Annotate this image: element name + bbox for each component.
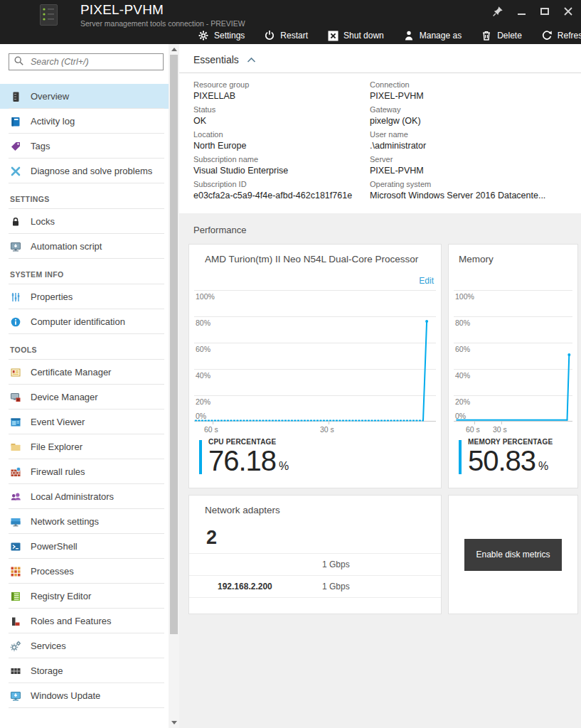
shutdown-button[interactable]: Shut down [327, 30, 384, 41]
sidebar-item-label: Locks [31, 216, 55, 227]
person-icon [403, 30, 415, 41]
memory-line-chart: 0%20%40%60%80%100%60 s30 s [454, 290, 572, 434]
settings-label: Settings [214, 31, 245, 41]
essentials-left-column: Resource groupPIXELLAB StatusOK Location… [193, 80, 370, 204]
device-monitor-icon [10, 392, 21, 403]
sidebar-item-registry-editor[interactable]: Registry Editor [0, 584, 169, 609]
cpu-metric: CPU PERCENTAGE 76.18 % [199, 438, 289, 476]
cpu-chart-card: AMD Turion(tm) II Neo N54L Dual-Core Pro… [188, 244, 442, 488]
sidebar-item-powershell[interactable]: PowerShell [0, 534, 169, 559]
pin-icon[interactable] [492, 6, 503, 17]
svg-text:40%: 40% [455, 371, 470, 380]
refresh-button[interactable]: Refresh [541, 30, 581, 41]
restart-button[interactable]: Restart [264, 30, 308, 41]
adapter-name: 192.168.2.200 [218, 582, 322, 592]
search-box[interactable] [9, 53, 164, 70]
window-controls [492, 5, 574, 18]
scrollbar-thumb[interactable] [170, 55, 178, 634]
svg-text:30 s: 30 s [320, 425, 334, 434]
command-toolbar: Settings Restart Shut down Manage as [198, 27, 581, 44]
network-monitor-icon [10, 516, 21, 528]
resource-group-link[interactable]: PIXELLAB [193, 90, 370, 102]
event-window-icon [10, 417, 21, 428]
sidebar-item-local-administrators[interactable]: Local Administrators [0, 484, 169, 509]
sidebar-item-label: Properties [31, 291, 73, 302]
sidebar-item-label: Firewall rules [31, 466, 85, 477]
scroll-down-arrow-icon[interactable] [169, 717, 179, 728]
sidebar-item-storage[interactable]: Storage [0, 658, 169, 683]
maximize-button[interactable] [539, 6, 550, 17]
sidebar-scrollbar[interactable] [169, 44, 179, 728]
network-adapters-table: 1 Gbps 192.168.2.200 1 Gbps [189, 553, 441, 619]
location-value: North Europe [193, 140, 370, 152]
sidebar-item-file-explorer[interactable]: File Explorer [0, 434, 169, 459]
sidebar-item-event-viewer[interactable]: Event Viewer [0, 410, 169, 434]
sidebar-item-device-manager[interactable]: Device Manager [0, 385, 169, 410]
cpu-edit-link[interactable]: Edit [419, 276, 434, 286]
sidebar-item-label: File Explorer [31, 441, 82, 452]
gateway-link[interactable]: pixelgw (OK) [370, 115, 567, 127]
page-title: PIXEL-PVHM [80, 2, 164, 18]
sidebar-item-overview[interactable]: Overview [0, 84, 169, 109]
field-label: Location [193, 129, 370, 140]
sidebar-item-computer-identification[interactable]: Computer identification [0, 309, 169, 334]
cpu-chart-title: AMD Turion(tm) II Neo N54L Dual-Core Pro… [205, 254, 434, 264]
table-row[interactable]: 1 Gbps [189, 553, 441, 575]
sidebar-item-label: Computer identification [31, 316, 125, 327]
table-row-empty [189, 597, 441, 619]
memory-metric-accent-bar [459, 440, 462, 474]
sidebar-item-network-settings[interactable]: Network settings [0, 509, 169, 534]
sidebar-item-services[interactable]: Services [0, 633, 169, 658]
essentials-panel: Essentials Resource groupPIXELLAB Status… [179, 44, 581, 213]
delete-button[interactable]: Delete [481, 30, 522, 41]
table-row[interactable]: 192.168.2.200 1 Gbps [189, 575, 441, 597]
svg-text:60%: 60% [196, 345, 210, 353]
storage-grid-icon [10, 665, 21, 677]
settings-button[interactable]: Settings [198, 30, 245, 41]
sidebar-item-properties[interactable]: Properties [0, 284, 169, 309]
sidebar-item-firewall-rules[interactable]: Firewall rules [0, 459, 169, 484]
scroll-up-arrow-icon[interactable] [169, 44, 179, 55]
svg-text:60%: 60% [455, 345, 470, 353]
memory-metric: MEMORY PERCENTAGE 50.83 % [459, 438, 553, 476]
power-icon [264, 30, 275, 41]
manage-as-button[interactable]: Manage as [403, 30, 462, 41]
sidebar-item-automation-script[interactable]: Automation script [0, 234, 169, 259]
network-adapters-card: Network adapters 2 1 Gbps 192.168.2.200 … [188, 495, 442, 614]
sidebar-item-label: Device Manager [31, 392, 98, 402]
svg-text:100%: 100% [196, 292, 215, 301]
sidebar-item-certificate-manager[interactable]: Certificate Manager [0, 360, 169, 385]
cpu-metric-value: 76.18 [208, 446, 276, 476]
sidebar-item-tags[interactable]: Tags [0, 134, 169, 159]
process-grid-icon [10, 566, 21, 577]
adapter-speed: 1 Gbps [322, 560, 350, 569]
sidebar-item-windows-update[interactable]: Windows Update [0, 683, 169, 708]
close-button[interactable] [563, 6, 574, 17]
terminal-icon [10, 541, 21, 552]
search-input[interactable] [29, 56, 159, 68]
refresh-label: Refresh [558, 31, 581, 41]
delete-label: Delete [497, 31, 522, 41]
tag-icon [10, 141, 21, 152]
sidebar-item-locks[interactable]: Locks [0, 209, 169, 234]
memory-metric-unit: % [538, 460, 548, 473]
server-value: PIXEL-PVHM [370, 165, 567, 177]
enable-disk-metrics-button[interactable]: Enable disk metrics [464, 539, 562, 571]
sidebar-item-label: Processes [31, 566, 74, 577]
sidebar-item-activity-log[interactable]: Activity log [0, 109, 169, 134]
sidebar-item-label: Storage [31, 665, 63, 676]
chevron-up-icon[interactable] [247, 54, 256, 65]
svg-text:20%: 20% [455, 397, 470, 406]
sidebar-item-diagnose[interactable]: Diagnose and solve problems [0, 159, 169, 183]
subscription-id-value: e03cfa2a-c5a9-4f4e-afbd-462c181f761e [193, 190, 370, 202]
essentials-grid: Resource groupPIXELLAB StatusOK Location… [179, 73, 581, 213]
subscription-name-link[interactable]: Visual Studio Enterprise [193, 165, 370, 177]
sidebar-item-label: Tags [31, 141, 50, 151]
sidebar-item-processes[interactable]: Processes [0, 559, 169, 584]
minimize-button[interactable] [516, 6, 527, 17]
sidebar-item-roles-and-features[interactable]: Roles and Features [0, 609, 169, 633]
sidebar-item-label: Automation script [31, 241, 102, 252]
shutdown-square-x-icon [327, 30, 339, 41]
registry-list-icon [10, 591, 21, 602]
server-app-icon [40, 4, 58, 26]
